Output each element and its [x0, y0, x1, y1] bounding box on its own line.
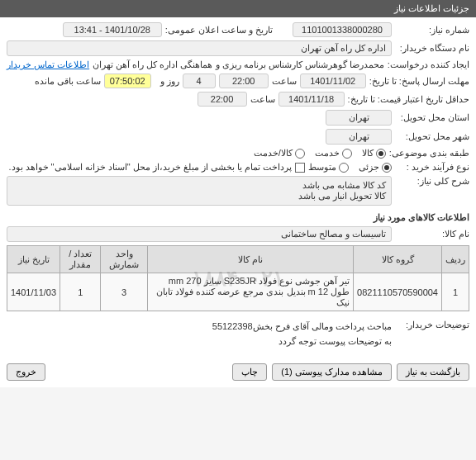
subject-radio-group: کالا خدمت کالا/خدمت [254, 148, 386, 159]
buyer-notes: مباحث پرداخت ومالی آقای فرح بخش55122398 … [7, 320, 392, 349]
day-label: روز و [155, 76, 179, 87]
province-label: استان محل تحویل: [395, 112, 469, 123]
items-table: ردیف گروه کالا نام کالا واحد شمارش تعداد… [7, 245, 469, 311]
header-bar: جزئیات اطلاعات نیاز [0, 0, 476, 17]
deadline-label: مهلت ارسال پاسخ: تا تاریخ: [369, 76, 469, 87]
countdown: 07:50:02 [104, 74, 151, 88]
subject-cat-label: طبقه بندی موضوعی: [389, 148, 469, 159]
city-value: تهران [326, 129, 392, 145]
footer-buttons: بازگشت به نیاز مشاهده مدارک پیوستی (1) چ… [0, 357, 476, 387]
radio-service[interactable] [342, 149, 352, 159]
th-row: ردیف [442, 246, 469, 273]
th-code: گروه کالا [354, 246, 442, 273]
need-no-value: 1101001338000280 [293, 22, 392, 37]
exit-button[interactable]: خروج [7, 363, 45, 381]
buyer-value: اداره کل راه آهن تهران [7, 40, 392, 56]
remaining-label: ساعت باقی مانده [35, 76, 101, 87]
need-no-label: شماره نیاز: [395, 25, 469, 36]
validity-label: حداقل تاریخ اعتبار قیمت: تا تاریخ: [348, 94, 469, 105]
deadline-date: 1401/11/02 [300, 74, 366, 88]
radio-goods[interactable] [376, 149, 386, 159]
deadline-time: 22:00 [219, 74, 269, 88]
radio-partial[interactable] [382, 163, 392, 173]
item-name-label: نام کالا: [395, 229, 469, 239]
item-name-value: تاسیسات و مصالح ساختمانی [7, 226, 392, 242]
desc-label: شرح کلی نیاز: [395, 176, 469, 187]
print-button[interactable]: چاپ [232, 363, 267, 381]
requester-value: محمدرضا گوهرشناس کارشناس برنامه ریزی و ه… [93, 59, 384, 70]
th-qty: تعداد / مقدار [60, 246, 101, 273]
radio-goods-service[interactable] [295, 149, 305, 159]
back-button[interactable]: بازگشت به نیاز [397, 363, 469, 381]
header-title: جزئیات اطلاعات نیاز [394, 3, 469, 13]
time-label-1: ساعت [272, 76, 297, 87]
contact-link[interactable]: اطلاعات تماس خریدار [7, 59, 89, 70]
announce-value: 1401/10/28 - 13:41 [63, 22, 162, 37]
th-unit: واحد شمارش [101, 246, 147, 273]
purchase-type-label: نوع فرآیند خرید : [395, 162, 469, 173]
items-section-title: اطلاعات کالاهای مورد نیاز [7, 212, 469, 223]
province-value: تهران [326, 110, 392, 126]
city-label: شهر محل تحویل: [395, 131, 469, 142]
validity-time: 22:00 [198, 92, 247, 107]
validity-date: 1401/11/18 [278, 92, 345, 107]
attachments-button[interactable]: مشاهده مدارک پیوستی (1) [272, 363, 392, 381]
th-name: نام کالا [147, 246, 354, 273]
time-label-2: ساعت [250, 94, 275, 105]
radio-medium[interactable] [339, 163, 349, 173]
days-remaining: 4 [183, 74, 216, 88]
table-row: 1 0821110570590004 تیر آهن جوشی نوع فولا… [7, 273, 469, 311]
announce-label: تاریخ و ساعت اعلان عمومی: [165, 25, 273, 36]
desc-field: کد کالا مشابه می باشد کالا تحویل انبار م… [7, 176, 392, 206]
buyer-label: نام دستگاه خریدار: [395, 43, 469, 54]
treasury-checkbox[interactable] [295, 163, 305, 173]
purchase-radio-group: جزئی متوسط [308, 162, 392, 173]
purchase-note: پرداخت تمام یا بخشی از مبلغ خرید،از محل … [8, 162, 292, 173]
th-date: تاریخ نیاز [7, 246, 60, 273]
notes-label: توضیحات خریدار: [395, 320, 469, 330]
requester-label: ایجاد کننده درخواست: [388, 59, 469, 70]
